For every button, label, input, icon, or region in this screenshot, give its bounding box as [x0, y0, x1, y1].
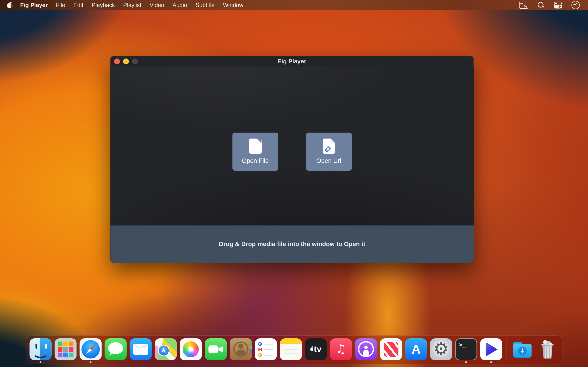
system-settings-icon: ⚙	[430, 338, 452, 360]
open-url-label: Open Url	[316, 157, 341, 165]
menu-items: FileEditPlaybackPlaylistVideoAudioSubtit…	[56, 2, 243, 8]
downloads-folder-icon: ↓	[511, 338, 534, 360]
menu-file[interactable]: File	[56, 2, 65, 8]
menu-edit[interactable]: Edit	[73, 2, 83, 8]
podcasts-icon	[355, 338, 377, 360]
menu-bar: Fig Player FileEditPlaybackPlaylistVideo…	[0, 0, 588, 10]
fig-player-icon	[480, 338, 502, 360]
dock-item-downloads[interactable]: ↓	[511, 338, 534, 360]
input-menu-icon[interactable]	[519, 2, 528, 9]
file-document-icon	[249, 139, 262, 154]
dock-item-reminders[interactable]	[255, 338, 277, 360]
news-icon	[380, 338, 402, 360]
photos-icon	[180, 338, 202, 360]
dock-item-finder[interactable]	[30, 338, 52, 360]
dock-item-launchpad[interactable]	[55, 338, 77, 360]
menu-bar-status-area	[519, 1, 588, 9]
open-buttons-row: Open File Open Url	[111, 72, 474, 225]
dock-item-settings[interactable]: ⚙	[430, 338, 452, 360]
close-button[interactable]	[114, 58, 120, 64]
desktop: Fig Player FileEditPlaybackPlaylistVideo…	[0, 0, 588, 367]
open-url-button[interactable]: Open Url	[306, 133, 352, 171]
menu-video[interactable]: Video	[150, 2, 164, 8]
dock-item-trash[interactable]	[536, 338, 559, 360]
app-store-icon: A	[405, 338, 427, 360]
apple-logo-leaf	[9, 1, 12, 4]
menu-audio[interactable]: Audio	[173, 2, 187, 8]
dock-item-terminal[interactable]: >_	[455, 338, 477, 360]
menu-subtitle[interactable]: Subtitle	[195, 2, 215, 8]
trash-full-icon	[536, 338, 559, 360]
dock-separator	[507, 339, 507, 359]
drop-hint-text: Drog & Drop media file into the window t…	[219, 241, 365, 248]
dock-item-facetime[interactable]	[205, 338, 227, 360]
dock: tv♫A⚙>_↓	[26, 335, 562, 364]
spotlight-search-icon[interactable]	[537, 2, 544, 8]
apple-logo-body	[7, 3, 12, 8]
reminders-icon	[255, 338, 277, 360]
dock-item-messages[interactable]	[105, 338, 127, 360]
dock-item-photos[interactable]	[180, 338, 202, 360]
window-titlebar[interactable]: Fig Player	[111, 56, 474, 67]
open-file-label: Open File	[242, 157, 269, 165]
dock-item-mail[interactable]	[130, 338, 152, 360]
dock-item-notes[interactable]	[280, 338, 302, 360]
dock-item-news[interactable]	[380, 338, 402, 360]
open-file-button[interactable]: Open File	[233, 133, 278, 171]
contacts-icon	[230, 338, 252, 360]
window-footer: Drog & Drop media file into the window t…	[111, 225, 474, 263]
finder-icon	[30, 338, 52, 360]
clock-icon[interactable]	[571, 1, 580, 9]
link-icon	[323, 144, 331, 153]
dock-item-maps[interactable]	[155, 338, 177, 360]
fig-player-window: Fig Player Open File Open Url Drog & Dro…	[111, 56, 474, 263]
dock-item-contacts[interactable]	[230, 338, 252, 360]
menu-window[interactable]: Window	[223, 2, 243, 8]
control-center-icon[interactable]	[553, 2, 562, 8]
apple-tv-icon: tv	[305, 338, 327, 360]
traffic-lights	[114, 56, 138, 67]
dock-item-music[interactable]: ♫	[330, 338, 352, 360]
messages-icon	[105, 338, 127, 360]
terminal-icon: >_	[455, 338, 477, 360]
safari-icon	[80, 338, 102, 360]
facetime-icon	[205, 338, 227, 360]
notes-icon	[280, 338, 302, 360]
menu-bar-left: Fig Player FileEditPlaybackPlaylistVideo…	[0, 2, 243, 8]
menu-app-name[interactable]: Fig Player	[20, 2, 48, 8]
dock-item-appstore[interactable]: A	[405, 338, 427, 360]
dock-item-podcasts[interactable]	[355, 338, 377, 360]
maps-icon	[155, 338, 177, 360]
dock-item-figplayer[interactable]	[480, 338, 502, 360]
dock-item-tv[interactable]: tv	[305, 338, 327, 360]
window-title: Fig Player	[111, 58, 474, 65]
window-content: Open File Open Url	[111, 67, 474, 225]
music-icon: ♫	[330, 338, 352, 360]
url-document-icon	[323, 139, 335, 154]
dock-item-safari[interactable]	[80, 338, 102, 360]
menu-playlist[interactable]: Playlist	[123, 2, 141, 8]
zoom-button[interactable]	[132, 58, 138, 64]
mail-icon	[130, 338, 152, 360]
launchpad-icon	[55, 338, 77, 360]
menu-playback[interactable]: Playback	[92, 2, 115, 8]
apple-menu-icon[interactable]	[7, 2, 12, 8]
minimize-button[interactable]	[123, 58, 129, 64]
